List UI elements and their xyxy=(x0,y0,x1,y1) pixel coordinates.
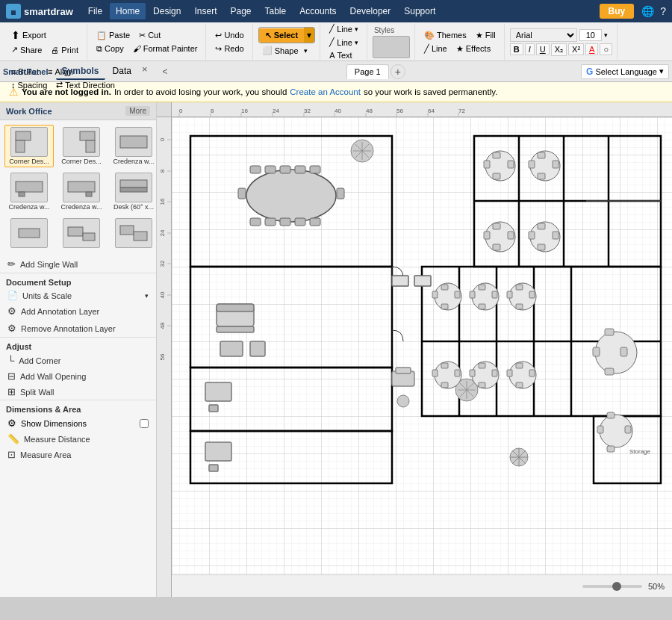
menu-page[interactable]: Page xyxy=(224,3,257,19)
page-1-tab[interactable]: Page 1 xyxy=(346,64,389,79)
line-button2[interactable]: ╱ Line ▾ xyxy=(326,36,362,49)
print-button[interactable]: 🖨 Print xyxy=(47,44,82,56)
more-button[interactable]: More xyxy=(125,106,150,116)
split-wall-action[interactable]: ⊞ Split Wall xyxy=(0,384,156,400)
svg-point-99 xyxy=(397,395,409,407)
svg-rect-148 xyxy=(507,370,512,376)
font-size-arrow[interactable]: ▾ xyxy=(604,31,608,39)
globe-icon[interactable]: 🌐 xyxy=(641,5,654,17)
shape-arrow[interactable]: ▾ xyxy=(304,47,308,55)
select-dropdown[interactable]: ↖ Select ▾ xyxy=(258,27,315,43)
symbol-item-8[interactable] xyxy=(109,216,157,251)
add-wall-opening-action[interactable]: ⊟ Add Wall Opening xyxy=(0,368,156,384)
svg-rect-106 xyxy=(538,152,545,158)
svg-rect-129 xyxy=(492,291,497,298)
menu-accounts[interactable]: Accounts xyxy=(293,3,342,19)
add-corner-action[interactable]: └ Add Corner xyxy=(0,353,156,368)
zoom-slider[interactable] xyxy=(582,585,642,588)
symbol-item-7[interactable] xyxy=(57,216,106,251)
tab-close[interactable]: × xyxy=(139,63,151,80)
toolbar-export-group: ⬆ Export ↗ Share 🖨 Print xyxy=(3,24,87,60)
select-language-button[interactable]: G Select Language ▾ xyxy=(581,64,669,79)
font-family-select[interactable]: Arial xyxy=(510,28,577,42)
menu-support[interactable]: Support xyxy=(398,3,441,19)
drawing-area[interactable]: Storage xyxy=(172,117,672,574)
font-size-input[interactable] xyxy=(579,29,602,41)
symbol-item-0[interactable]: Corner Des... xyxy=(4,125,54,167)
svg-rect-156 xyxy=(607,412,615,418)
menu-home[interactable]: Home xyxy=(110,3,146,19)
svg-rect-14 xyxy=(68,227,83,236)
menu-design[interactable]: Design xyxy=(147,3,187,19)
svg-rect-151 xyxy=(605,329,614,335)
cut-button[interactable]: ✂ Cut xyxy=(135,29,164,42)
shape-button[interactable]: ⬜ Shape xyxy=(258,44,302,57)
symbol-item-2[interactable]: Credenza w... xyxy=(109,125,157,167)
format-painter-button[interactable]: 🖌 Format Painter xyxy=(129,43,202,55)
menu-insert[interactable]: Insert xyxy=(188,3,223,19)
effects-button[interactable]: ★ Effects xyxy=(452,43,494,55)
undo-button[interactable]: ↩ Undo xyxy=(211,29,247,42)
share-button[interactable]: ↗ Share xyxy=(7,43,46,56)
fill-button[interactable]: ★ Fill xyxy=(472,29,500,42)
add-single-wall-action[interactable]: ✏ Add Single Wall xyxy=(0,255,156,273)
add-annotation-action[interactable]: ⚙ Add Annotation Layer xyxy=(0,303,156,320)
ruler-corner xyxy=(157,102,172,117)
redo-button[interactable]: ↪ Redo xyxy=(211,43,247,55)
tab-data[interactable]: Data xyxy=(107,63,137,80)
menu-file[interactable]: File xyxy=(82,3,108,19)
export-button[interactable]: ⬆ Export xyxy=(7,28,50,43)
text-button[interactable]: A Text xyxy=(326,49,356,61)
svg-rect-166 xyxy=(250,341,265,356)
svg-rect-113 xyxy=(484,232,490,239)
line-button1[interactable]: ╱ Line ▾ xyxy=(326,22,362,35)
symbol-item-6[interactable] xyxy=(4,216,54,251)
add-page-button[interactable]: + xyxy=(391,64,405,79)
italic-button[interactable]: I xyxy=(525,43,535,55)
svg-rect-79 xyxy=(310,166,320,173)
symbol-item-1[interactable]: Corner Des... xyxy=(57,125,106,167)
svg-rect-85 xyxy=(238,188,246,199)
svg-rect-3 xyxy=(16,140,25,152)
lang-arrow: ▾ xyxy=(659,66,664,76)
svg-rect-98 xyxy=(396,368,411,373)
measure-distance-action[interactable]: 📏 Measure Distance xyxy=(0,431,156,447)
main-area: Work Office More Corner Des... Corner De… xyxy=(0,102,672,597)
underline-button[interactable]: U xyxy=(536,43,550,55)
symbol-item-4[interactable]: Credenza w... xyxy=(57,170,106,213)
line3-button[interactable]: ╱ Line xyxy=(420,43,451,55)
units-scale-action[interactable]: 📄 Units & Scale ▾ xyxy=(0,288,156,303)
measure-area-action[interactable]: ⊡ Measure Area xyxy=(0,447,156,462)
font-color-button[interactable]: A xyxy=(585,43,598,55)
menu-developer[interactable]: Developer xyxy=(344,3,397,19)
themes-button[interactable]: 🎨 Themes xyxy=(420,29,470,42)
buy-button[interactable]: Buy xyxy=(600,4,635,19)
remove-annotation-action[interactable]: ⚙ Remove Annotation Layer xyxy=(0,320,156,337)
subscript-button[interactable]: X₂ xyxy=(551,43,567,56)
zoom-thumb[interactable] xyxy=(612,582,621,591)
create-account-link[interactable]: Create an Account xyxy=(290,87,361,96)
superscript-button[interactable]: X² xyxy=(568,43,584,55)
svg-rect-138 xyxy=(432,370,438,376)
line-arrow2[interactable]: ▾ xyxy=(355,39,358,46)
panel-tabs: Symbols Data × xyxy=(56,63,151,80)
bold-button[interactable]: B xyxy=(510,43,523,55)
select-main-btn[interactable]: ↖ Select xyxy=(259,28,304,43)
work-office-section[interactable]: Work Office More xyxy=(0,102,156,120)
nav-prev[interactable]: < xyxy=(160,66,171,77)
menu-table[interactable]: Table xyxy=(259,3,293,19)
copy-button[interactable]: ⧉ Copy xyxy=(93,43,128,55)
paste-button[interactable]: 📋 Paste xyxy=(93,29,134,42)
svg-rect-86 xyxy=(337,188,344,199)
text-highlight-button[interactable]: ○ xyxy=(600,43,612,55)
symbol-item-5[interactable]: Desk (60° x... xyxy=(109,170,157,213)
show-dimensions-checkbox[interactable] xyxy=(140,419,149,428)
paste-icon: 📋 xyxy=(96,31,107,40)
symbol-item-3[interactable]: Credenza w... xyxy=(4,170,54,213)
select-arrow-btn[interactable]: ▾ xyxy=(304,28,314,43)
line-arrow1[interactable]: ▾ xyxy=(355,25,358,33)
add-wall-icon: ✏ xyxy=(7,258,16,270)
fill-icon: ★ xyxy=(476,31,483,40)
tab-symbols[interactable]: Symbols xyxy=(56,63,105,80)
help-icon[interactable]: ? xyxy=(660,5,666,17)
